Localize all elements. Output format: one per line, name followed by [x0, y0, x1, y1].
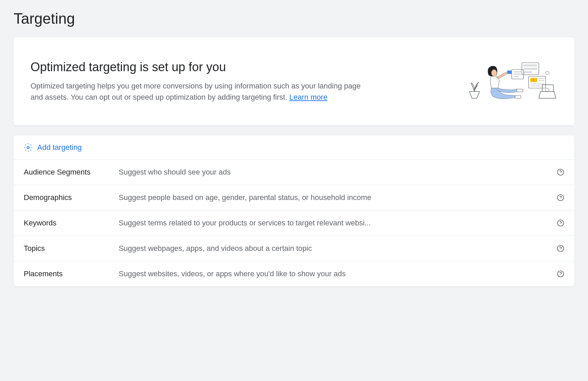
optimized-targeting-card: Optimized targeting is set up for you Op…	[14, 37, 574, 125]
svg-point-0	[491, 69, 497, 76]
help-icon[interactable]	[557, 270, 564, 278]
hero-title: Optimized targeting is set up for you	[31, 60, 370, 74]
hero-description: Optimized targeting helps you get more c…	[31, 80, 370, 103]
svg-point-17	[546, 71, 549, 75]
svg-rect-14	[530, 83, 544, 84]
learn-more-link[interactable]: Learn more	[289, 93, 328, 101]
targeting-row-topics[interactable]: Topics Suggest webpages, apps, and video…	[14, 236, 574, 261]
svg-rect-8	[513, 76, 519, 77]
targeting-row-audience-segments[interactable]: Audience Segments Suggest who should see…	[14, 160, 574, 185]
help-icon[interactable]	[557, 194, 564, 201]
svg-rect-3	[524, 68, 537, 70]
svg-rect-15	[530, 85, 541, 86]
svg-rect-13	[539, 80, 544, 81]
row-label: Topics	[24, 244, 119, 253]
row-description: Suggest who should see your ads	[119, 168, 554, 177]
svg-rect-16	[507, 71, 511, 74]
row-label: Keywords	[24, 219, 119, 227]
row-description: Suggest webpages, apps, and videos about…	[119, 244, 554, 253]
help-icon[interactable]	[557, 245, 564, 252]
row-description: Suggest terms related to your products o…	[119, 219, 554, 227]
add-targeting-header[interactable]: Add targeting	[14, 136, 574, 160]
help-icon[interactable]	[557, 219, 564, 227]
page-title: Targeting	[14, 10, 574, 27]
targeting-row-demographics[interactable]: Demographics Suggest people based on age…	[14, 185, 574, 210]
hero-illustration	[463, 58, 557, 105]
svg-rect-6	[513, 71, 522, 73]
svg-rect-7	[513, 74, 522, 75]
row-label: Demographics	[24, 193, 119, 202]
hero-text: Optimized targeting is set up for you Op…	[31, 60, 370, 103]
svg-rect-12	[539, 78, 544, 79]
row-label: Audience Segments	[24, 168, 119, 177]
row-description: Suggest people based on age, gender, par…	[119, 193, 554, 202]
gear-icon	[24, 143, 33, 152]
targeting-list-card: Add targeting Audience Segments Suggest …	[14, 136, 574, 286]
row-description: Suggest websites, videos, or apps where …	[119, 269, 554, 278]
svg-point-18	[546, 88, 549, 92]
svg-rect-2	[524, 64, 537, 66]
targeting-row-keywords[interactable]: Keywords Suggest terms related to your p…	[14, 210, 574, 236]
svg-point-19	[27, 146, 30, 149]
help-icon[interactable]	[557, 168, 564, 176]
row-label: Placements	[24, 269, 119, 278]
add-targeting-label: Add targeting	[37, 143, 82, 152]
targeting-row-placements[interactable]: Placements Suggest websites, videos, or …	[14, 261, 574, 286]
svg-rect-4	[524, 71, 532, 73]
